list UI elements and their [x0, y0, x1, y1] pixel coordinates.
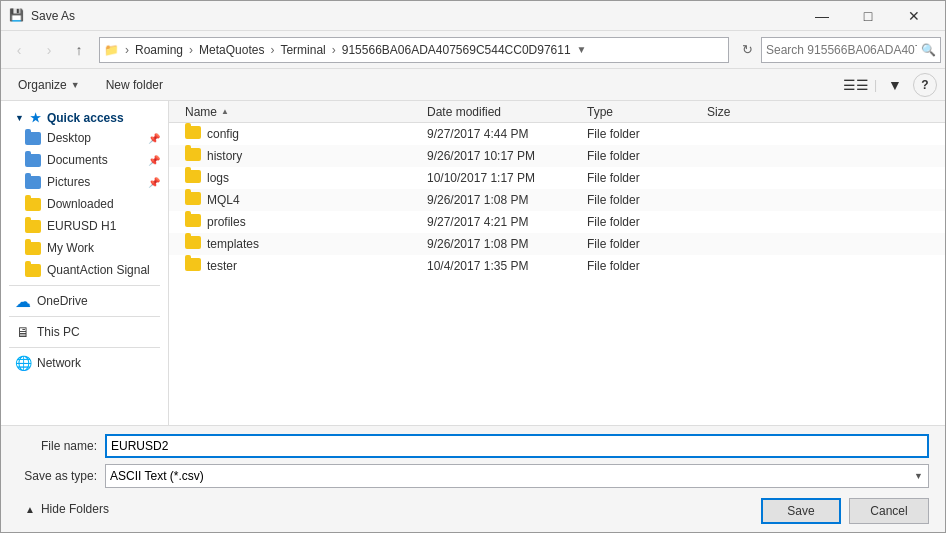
address-bar[interactable]: 📁 › Roaming › MetaQuotes › Terminal › 91… — [99, 37, 729, 63]
toolbar-divider: | — [874, 78, 877, 92]
mywork-folder-icon — [25, 240, 41, 256]
hide-folders-row[interactable]: ▲ Hide Folders — [17, 498, 117, 520]
refresh-button[interactable]: ↻ — [735, 38, 759, 62]
view-options-button[interactable]: ☰☰ — [842, 73, 870, 97]
file-date-cell: 9/26/2017 1:08 PM — [427, 193, 587, 207]
organize-label: Organize — [18, 78, 67, 92]
table-row[interactable]: profiles 9/27/2017 4:21 PM File folder — [169, 211, 945, 233]
table-row[interactable]: logs 10/10/2017 1:17 PM File folder — [169, 167, 945, 189]
sidebar-item-thispc[interactable]: 🖥 This PC — [1, 321, 168, 343]
help-button[interactable]: ? — [913, 73, 937, 97]
search-box[interactable]: 🔍 — [761, 37, 941, 63]
sidebar-divider-3 — [9, 347, 160, 348]
sidebar-onedrive-label: OneDrive — [37, 294, 88, 308]
forward-button[interactable]: › — [35, 36, 63, 64]
quick-access-chevron-icon: ▼ — [15, 113, 24, 123]
sidebar-downloaded-label: Downloaded — [47, 197, 114, 211]
folder-icon — [185, 126, 201, 142]
sidebar-network-label: Network — [37, 356, 81, 370]
sidebar-item-mywork[interactable]: My Work — [1, 237, 168, 259]
filename-label: File name: — [17, 439, 97, 453]
sidebar-item-quantaction[interactable]: QuantAction Signal — [1, 259, 168, 281]
file-name-cell: history — [177, 148, 427, 164]
new-folder-label: New folder — [106, 78, 163, 92]
sidebar-pictures-label: Pictures — [47, 175, 90, 189]
folder-icon — [185, 148, 201, 164]
file-date-cell: 10/4/2017 1:35 PM — [427, 259, 587, 273]
title-bar-controls: — □ ✕ — [799, 1, 937, 31]
sidebar-item-network[interactable]: 🌐 Network — [1, 352, 168, 374]
window-title: Save As — [31, 9, 75, 23]
view-chevron-button[interactable]: ▼ — [881, 73, 909, 97]
cancel-button[interactable]: Cancel — [849, 498, 929, 524]
filename-input[interactable] — [105, 434, 929, 458]
new-folder-button[interactable]: New folder — [97, 73, 172, 97]
sidebar-item-downloaded[interactable]: Downloaded — [1, 193, 168, 215]
sidebar-item-eurusd[interactable]: EURUSD H1 — [1, 215, 168, 237]
sidebar-documents-label: Documents — [47, 153, 108, 167]
search-input[interactable] — [766, 43, 917, 57]
file-date-cell: 9/26/2017 10:17 PM — [427, 149, 587, 163]
file-list: Name ▲ Date modified Type Size — [169, 101, 945, 425]
hide-folders-chevron-icon: ▲ — [25, 504, 35, 515]
sidebar-item-pictures[interactable]: Pictures 📌 — [1, 171, 168, 193]
sidebar-divider-1 — [9, 285, 160, 286]
table-row[interactable]: config 9/27/2017 4:44 PM File folder — [169, 123, 945, 145]
table-row[interactable]: templates 9/26/2017 1:08 PM File folder — [169, 233, 945, 255]
address-chevron-icon[interactable]: ▼ — [577, 44, 587, 55]
quick-access-header[interactable]: ▼ ★ Quick access — [1, 105, 168, 127]
pin-icon: 📌 — [148, 133, 160, 144]
sidebar-item-onedrive[interactable]: ☁ OneDrive — [1, 290, 168, 312]
file-name-cell: profiles — [177, 214, 427, 230]
file-date-cell: 9/26/2017 1:08 PM — [427, 237, 587, 251]
up-button[interactable]: ↑ — [65, 36, 93, 64]
file-name-cell: MQL4 — [177, 192, 427, 208]
table-row[interactable]: MQL4 9/26/2017 1:08 PM File folder — [169, 189, 945, 211]
sidebar: ▼ ★ Quick access Desktop 📌 Documents — [1, 101, 169, 425]
file-name-cell: templates — [177, 236, 427, 252]
pin-icon-pics: 📌 — [148, 177, 160, 188]
organize-button[interactable]: Organize ▼ — [9, 73, 89, 97]
quick-access-star-icon: ★ — [30, 111, 41, 125]
minimize-button[interactable]: — — [799, 1, 845, 31]
organize-chevron-icon: ▼ — [71, 80, 80, 90]
column-size-header[interactable]: Size — [707, 105, 787, 119]
close-button[interactable]: ✕ — [891, 1, 937, 31]
file-type-cell: File folder — [587, 127, 707, 141]
column-name-header[interactable]: Name ▲ — [177, 105, 427, 119]
filetype-label: Save as type: — [17, 469, 97, 483]
pin-icon-docs: 📌 — [148, 155, 160, 166]
table-row[interactable]: tester 10/4/2017 1:35 PM File folder — [169, 255, 945, 277]
sidebar-mywork-label: My Work — [47, 241, 94, 255]
toolbar-right: ☰☰ | ▼ ? — [842, 73, 937, 97]
file-name: MQL4 — [207, 193, 240, 207]
command-toolbar: Organize ▼ New folder ☰☰ | ▼ ? — [1, 69, 945, 101]
back-button[interactable]: ‹ — [5, 36, 33, 64]
filename-row: File name: — [17, 434, 929, 458]
address-roaming: Roaming — [135, 43, 183, 57]
column-date-header[interactable]: Date modified — [427, 105, 587, 119]
onedrive-icon: ☁ — [15, 293, 31, 309]
filetype-select[interactable]: ASCII Text (*.csv) — [105, 464, 929, 488]
file-name: templates — [207, 237, 259, 251]
folder-icon — [185, 192, 201, 208]
maximize-button[interactable]: □ — [845, 1, 891, 31]
bottom-buttons: Save Cancel — [761, 498, 929, 524]
table-row[interactable]: history 9/26/2017 10:17 PM File folder — [169, 145, 945, 167]
file-name-cell: config — [177, 126, 427, 142]
main-content: ▼ ★ Quick access Desktop 📌 Documents — [1, 101, 945, 425]
network-icon: 🌐 — [15, 355, 31, 371]
sidebar-divider-2 — [9, 316, 160, 317]
file-name-cell: logs — [177, 170, 427, 186]
file-name: history — [207, 149, 242, 163]
file-type-cell: File folder — [587, 259, 707, 273]
documents-folder-icon — [25, 152, 41, 168]
file-name: config — [207, 127, 239, 141]
save-button[interactable]: Save — [761, 498, 841, 524]
sidebar-item-documents[interactable]: Documents 📌 — [1, 149, 168, 171]
folder-icon — [185, 258, 201, 274]
bottom-panel: File name: Save as type: ASCII Text (*.c… — [1, 425, 945, 532]
sidebar-item-desktop[interactable]: Desktop 📌 — [1, 127, 168, 149]
column-type-header[interactable]: Type — [587, 105, 707, 119]
address-folder-icon: 📁 — [104, 43, 119, 57]
